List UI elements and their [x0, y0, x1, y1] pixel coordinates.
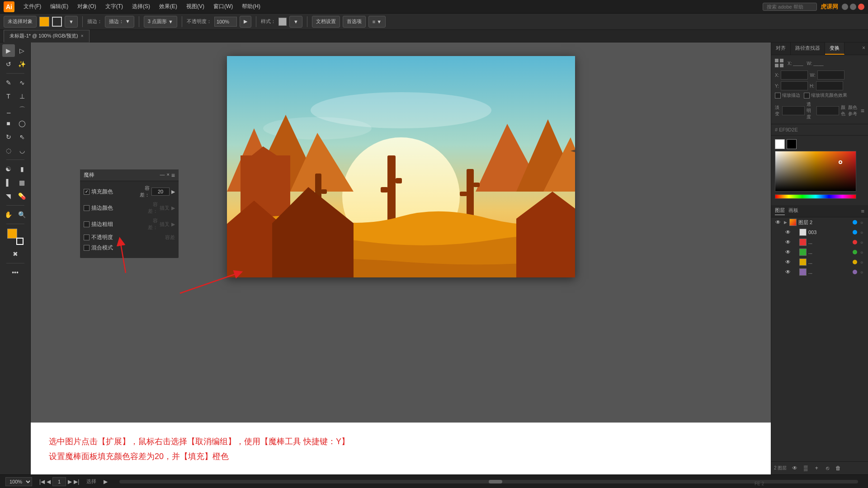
layer-visibility-toggle[interactable]: 👁: [790, 464, 799, 473]
prev-page-button[interactable]: ◀: [47, 479, 51, 485]
layer-item-2[interactable]: 👁 ▶ 图层 2 ○: [771, 217, 868, 227]
delete-layer-button[interactable]: 🗑: [834, 464, 843, 473]
shear-input[interactable]: [816, 106, 839, 115]
layer-eye-red[interactable]: 👁: [785, 239, 791, 245]
layer-eye-003[interactable]: 👁: [785, 229, 791, 235]
zoom-tool[interactable]: 🔍: [16, 208, 28, 221]
document-tab[interactable]: 未标题-1* @ 100% (RGB/预览) ×: [4, 30, 90, 42]
stroke-swatch[interactable]: [16, 238, 24, 245]
free-transform-tool[interactable]: ◡: [16, 144, 28, 157]
fill-tolerance-input[interactable]: [151, 188, 170, 196]
lasso-tool[interactable]: ↺: [2, 58, 15, 70]
panel-options-icon[interactable]: ≡: [171, 172, 175, 179]
arc-tool[interactable]: ⌒: [16, 103, 28, 116]
right-panel-close[interactable]: ×: [859, 42, 868, 55]
create-new-sublayer-button[interactable]: +: [812, 464, 821, 473]
warp-tool[interactable]: ◌: [2, 144, 15, 157]
gradient-tool[interactable]: ◥: [2, 190, 15, 202]
tab-transform[interactable]: 变换: [825, 42, 844, 55]
make-clipping-mask-button[interactable]: ▒: [801, 464, 810, 473]
selection-tool[interactable]: ▶: [2, 44, 15, 57]
search-input[interactable]: [763, 3, 817, 11]
tab-layers[interactable]: 图层: [775, 207, 785, 215]
maximize-button[interactable]: [850, 4, 856, 10]
opacity-input[interactable]: [214, 17, 237, 27]
hue-slider[interactable]: [775, 194, 856, 199]
prefs-button[interactable]: 首选项: [343, 16, 366, 28]
symbol-sprayer-tool[interactable]: ☯: [2, 163, 15, 175]
hand-tool[interactable]: ✋: [2, 208, 15, 221]
next-page-button[interactable]: ▶: [68, 479, 72, 485]
scale-effects-checkbox[interactable]: [804, 93, 810, 99]
layer-eye-purple[interactable]: 👁: [785, 269, 791, 275]
layer-lock-yellow[interactable]: ○: [859, 259, 864, 265]
menu-help[interactable]: 帮助(H): [238, 2, 264, 11]
menu-file[interactable]: 文件(F): [20, 2, 45, 11]
h-input[interactable]: [816, 81, 843, 90]
stroke-tolerance-arrow[interactable]: ▶: [171, 205, 175, 211]
page-number-input[interactable]: [52, 477, 66, 486]
stroke-width-checkbox[interactable]: [84, 221, 90, 227]
menu-edit[interactable]: 编辑(E): [47, 2, 72, 11]
layer-lock-purple[interactable]: ○: [859, 269, 864, 275]
x-input[interactable]: [781, 70, 808, 80]
fill-swatch[interactable]: [7, 229, 17, 239]
doc-settings-button[interactable]: 文档设置: [312, 16, 340, 28]
panel-minimize-icon[interactable]: —: [160, 172, 165, 179]
color-saturation-box[interactable]: [775, 151, 856, 192]
fill-color-checkbox[interactable]: [84, 189, 90, 195]
menu-window[interactable]: 窗口(W): [210, 2, 236, 11]
layer-sub-purple[interactable]: 👁 ... ○: [771, 267, 868, 277]
horizontal-scrollbar[interactable]: [119, 480, 858, 483]
y-input[interactable]: [817, 70, 844, 80]
rotate-tool[interactable]: ↻: [2, 131, 15, 143]
menu-select[interactable]: 选择(S): [128, 2, 154, 11]
layer-lock-red[interactable]: ○: [859, 239, 864, 245]
menu-effect[interactable]: 效果(E): [156, 2, 181, 11]
more-tools[interactable]: •••: [9, 266, 22, 279]
layer-sub-green[interactable]: 👁 ... ○: [771, 247, 868, 257]
none-swatch[interactable]: ✖: [9, 248, 22, 260]
black-swatch[interactable]: [787, 139, 797, 149]
menu-object[interactable]: 对象(O): [74, 2, 99, 11]
magic-wand-tool[interactable]: ✨: [16, 58, 28, 70]
options-icon[interactable]: ≡: [861, 107, 864, 114]
blend-mode-dropdown[interactable]: 描边： ▼: [105, 16, 134, 28]
layer-sub-003[interactable]: 👁 003 ○: [771, 227, 868, 237]
artwork-canvas[interactable]: [227, 56, 575, 277]
angle-input[interactable]: [782, 106, 805, 115]
line-tool[interactable]: ⎯: [2, 103, 15, 116]
tab-close-button[interactable]: ×: [81, 33, 84, 38]
arrange-button[interactable]: ≡ ▼: [368, 16, 386, 28]
layers-panel-options[interactable]: ≡: [861, 208, 864, 215]
fill-tolerance-increase[interactable]: ▶: [171, 189, 175, 195]
layer-lock-green[interactable]: ○: [859, 249, 864, 255]
layer-sub-yellow[interactable]: 👁 ... ○: [771, 257, 868, 267]
paintbucket-tool[interactable]: ▌: [2, 176, 15, 189]
blend-mode-checkbox[interactable]: [84, 245, 90, 251]
eyedropper-tool[interactable]: 💊: [16, 190, 28, 202]
type-tool[interactable]: T: [2, 90, 15, 103]
white-swatch[interactable]: [775, 139, 785, 149]
scale-strokes-checkbox[interactable]: [775, 93, 781, 99]
layer-eye-green[interactable]: 👁: [785, 249, 791, 255]
layer-expand-2[interactable]: ▶: [783, 220, 788, 225]
stroke-width-arrow[interactable]: ▶: [171, 221, 175, 227]
layer-eye-2[interactable]: 👁: [775, 219, 781, 225]
menu-type[interactable]: 文字(T): [102, 2, 127, 11]
play-button[interactable]: ▶: [104, 479, 108, 485]
style-dropdown[interactable]: ▼: [289, 16, 302, 28]
tab-align[interactable]: 对齐: [771, 42, 791, 55]
stroke-dropdown[interactable]: ▼: [65, 16, 78, 28]
tab-artboards[interactable]: 画板: [788, 207, 798, 215]
fill-color-swatch[interactable]: [39, 17, 49, 27]
scale-tool[interactable]: ⇖: [16, 131, 28, 143]
zoom-dropdown[interactable]: 100% 50% 200%: [5, 477, 32, 486]
rect-tool[interactable]: ■: [2, 117, 15, 130]
curvature-tool[interactable]: ∿: [16, 76, 28, 89]
ellipse-tool[interactable]: ◯: [16, 117, 28, 130]
stroke-color-checkbox[interactable]: [84, 205, 90, 211]
new-layer-button[interactable]: ⎋: [823, 464, 832, 473]
layer-lock-2[interactable]: ○: [859, 220, 864, 225]
layer-sub-red[interactable]: 👁 ... ○: [771, 237, 868, 247]
